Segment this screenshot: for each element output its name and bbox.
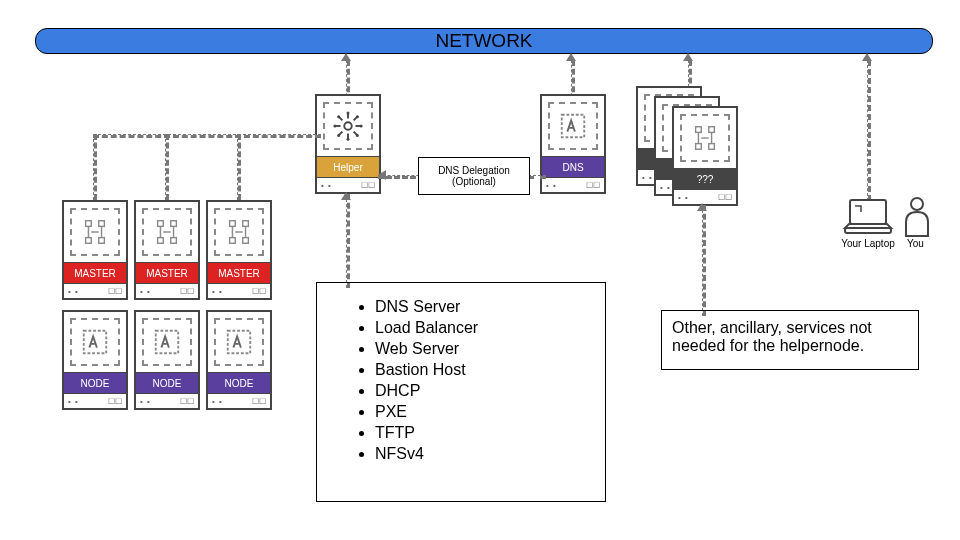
list-item: PXE — [375, 403, 593, 421]
svg-point-12 — [360, 125, 363, 128]
list-item: Bastion Host — [375, 361, 593, 379]
svg-rect-55 — [230, 238, 236, 244]
master-server: MASTER — [62, 200, 128, 300]
svg-rect-48 — [158, 238, 164, 244]
svg-rect-53 — [230, 221, 236, 227]
svg-rect-32 — [696, 127, 702, 133]
node-server: NODE — [62, 310, 128, 410]
list-item: Web Server — [375, 340, 593, 358]
svg-point-65 — [911, 198, 923, 210]
cluster-icon — [70, 208, 120, 256]
app-icon — [548, 102, 598, 150]
node-server: NODE — [134, 310, 200, 410]
svg-rect-56 — [243, 238, 249, 244]
svg-point-0 — [344, 122, 352, 130]
laptop-caption: Your Laptop — [828, 238, 908, 249]
user-icon — [902, 196, 932, 243]
svg-point-14 — [356, 134, 359, 137]
svg-point-10 — [347, 138, 350, 141]
svg-point-16 — [337, 134, 340, 137]
gear-icon — [323, 102, 373, 150]
dns-server: DNS — [540, 94, 606, 194]
helper-label: Helper — [317, 156, 379, 177]
master-server: MASTER — [134, 200, 200, 300]
dns-delegation-line1: DNS Delegation — [438, 165, 510, 176]
cluster-icon — [142, 208, 192, 256]
svg-rect-40 — [99, 221, 105, 227]
svg-point-15 — [356, 115, 359, 118]
svg-rect-35 — [709, 144, 715, 150]
laptop-icon — [841, 198, 895, 238]
node-server: NODE — [206, 310, 272, 410]
network-bar: NETWORK — [35, 28, 933, 54]
user-caption: You — [907, 238, 924, 249]
app-icon — [214, 318, 264, 366]
svg-rect-63 — [850, 200, 886, 224]
dns-delegation-line2: (Optional) — [452, 176, 496, 187]
svg-point-9 — [347, 111, 350, 114]
svg-rect-42 — [99, 238, 105, 244]
app-icon — [70, 318, 120, 366]
cluster-icon — [214, 208, 264, 256]
list-item: DHCP — [375, 382, 593, 400]
svg-rect-64 — [845, 228, 891, 233]
svg-rect-49 — [171, 238, 177, 244]
unknown-label: ??? — [674, 168, 736, 189]
network-title: NETWORK — [435, 30, 532, 52]
svg-rect-34 — [696, 144, 702, 150]
svg-rect-46 — [158, 221, 164, 227]
svg-point-11 — [333, 125, 336, 128]
svg-point-13 — [337, 115, 340, 118]
cluster-icon — [680, 114, 730, 162]
list-item: TFTP — [375, 424, 593, 442]
services-box: DNS Server Load Balancer Web Server Bast… — [316, 282, 606, 502]
dns-label: DNS — [542, 156, 604, 177]
list-item: DNS Server — [375, 298, 593, 316]
ancillary-text: Other, ancillary, services not needed fo… — [672, 319, 872, 354]
app-icon — [142, 318, 192, 366]
list-item: Load Balancer — [375, 319, 593, 337]
svg-rect-33 — [709, 127, 715, 133]
svg-rect-41 — [86, 238, 92, 244]
svg-rect-54 — [243, 221, 249, 227]
svg-rect-47 — [171, 221, 177, 227]
ancillary-box: Other, ancillary, services not needed fo… — [661, 310, 919, 370]
services-list: DNS Server Load Balancer Web Server Bast… — [357, 298, 593, 463]
helper-server: Helper — [315, 94, 381, 194]
list-item: NFSv4 — [375, 445, 593, 463]
svg-rect-39 — [86, 221, 92, 227]
master-server: MASTER — [206, 200, 272, 300]
dns-delegation-box: DNS Delegation (Optional) — [418, 157, 530, 195]
